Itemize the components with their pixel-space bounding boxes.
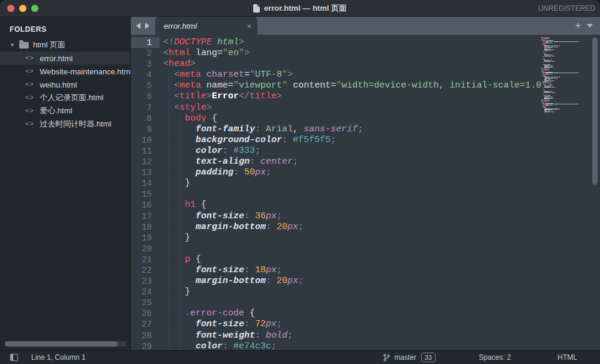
tab-overflow-icon[interactable]	[587, 24, 593, 28]
line-number: 20	[131, 243, 160, 254]
code-line[interactable]: 3<head>	[131, 59, 600, 70]
minimize-window-button[interactable]	[19, 5, 26, 12]
file-name: Website-maintenance.html	[40, 67, 132, 76]
folder-icon	[19, 42, 29, 49]
code-line[interactable]: 13 padding: 50px;	[131, 167, 600, 178]
sidebar-file-item[interactable]: <>爱心.html	[0, 104, 130, 118]
code-line[interactable]: 10 background-color: #f5f5f5;	[131, 135, 600, 146]
sidebar-file-item[interactable]: <>过去时间计时器.html	[0, 118, 130, 131]
sidebar-file-item[interactable]: <>error.html	[0, 52, 130, 65]
code-line[interactable]: 27 font-size: 72px;	[131, 319, 600, 330]
sidebar-folder-html-pages[interactable]: ▼ html 页面	[0, 38, 130, 52]
line-content: p {	[160, 254, 600, 265]
indentation-setting[interactable]: Spaces: 2	[479, 353, 511, 362]
next-tab-icon[interactable]	[145, 23, 149, 29]
zoom-window-button[interactable]	[31, 5, 38, 12]
line-number: 8	[131, 113, 160, 124]
code-line[interactable]: 14 }	[131, 178, 600, 189]
line-number: 10	[131, 135, 160, 146]
tab-close-icon[interactable]: ×	[247, 22, 251, 31]
code-line[interactable]: 15	[131, 189, 600, 200]
line-content: text-align: center;	[160, 157, 600, 167]
line-number: 14	[131, 178, 160, 189]
code-line[interactable]: 2<html lang="en">	[131, 48, 600, 59]
line-content: <style>	[160, 103, 600, 113]
code-line[interactable]: 12 text-align: center;	[131, 157, 600, 167]
code-file-icon: <>	[25, 107, 34, 115]
code-line[interactable]: 22 font-size: 18px;	[131, 265, 600, 276]
code-line[interactable]: 28 font-weight: bold;	[131, 330, 600, 341]
tab-label: error.html	[164, 22, 242, 31]
code-line[interactable]: 18 margin-bottom: 20px;	[131, 222, 600, 233]
line-number: 1	[131, 37, 160, 48]
line-content: color: #333;	[160, 146, 600, 157]
disclosure-triangle-icon[interactable]: ▼	[10, 42, 15, 48]
line-number: 13	[131, 167, 160, 178]
folder-label: html 页面	[33, 40, 65, 50]
code-line[interactable]: 24 }	[131, 287, 600, 297]
code-line[interactable]: 23 margin-bottom: 20px;	[131, 276, 600, 287]
code-line[interactable]: 29 color: #e74c3c;	[131, 341, 600, 350]
sidebar-file-list: <>error.html<>Website-maintenance.html<>…	[0, 52, 130, 131]
line-content: font-family: Arial, sans-serif;	[160, 124, 600, 135]
sidebar-horizontal-scrollbar[interactable]	[5, 341, 126, 347]
code-line[interactable]: 25	[131, 297, 600, 308]
code-line[interactable]: 21 p {	[131, 254, 600, 265]
minimap[interactable]	[541, 37, 584, 113]
git-branch-icon	[383, 354, 390, 362]
panel-toggle-icon[interactable]	[10, 354, 18, 361]
sidebar-file-item[interactable]: <>Website-maintenance.html	[0, 65, 130, 78]
sidebar-scrollbar-thumb[interactable]	[5, 341, 118, 347]
code-editor[interactable]: 1<!DOCTYPE html>2<html lang="en">3<head>…	[131, 35, 600, 350]
syntax-mode[interactable]: HTML	[557, 353, 577, 362]
close-window-button[interactable]	[7, 5, 14, 12]
line-number: 7	[131, 103, 160, 113]
line-number: 6	[131, 91, 160, 102]
vertical-scrollbar-thumb[interactable]	[592, 37, 598, 185]
line-number: 11	[131, 146, 160, 157]
code-line[interactable]: 20	[131, 243, 600, 254]
code-line[interactable]: 17 font-size: 36px;	[131, 211, 600, 222]
code-line[interactable]: 5 <meta name="viewport" content="width=d…	[131, 80, 600, 91]
line-number: 17	[131, 211, 160, 222]
code-line[interactable]: 19 }	[131, 233, 600, 243]
line-content: <meta charset="UTF-8">	[160, 70, 600, 80]
line-content: <html lang="en">	[160, 48, 600, 59]
code-line[interactable]: 1<!DOCTYPE html>	[131, 37, 600, 48]
code-line[interactable]: 7 <style>	[131, 103, 600, 113]
line-number: 21	[131, 254, 160, 265]
code-line[interactable]: 26 .error-code {	[131, 308, 600, 319]
line-number: 23	[131, 276, 160, 287]
code-line[interactable]: 6 <title>Error</title>	[131, 91, 600, 102]
file-name: 爱心.html	[40, 106, 72, 116]
line-content: <title>Error</title>	[160, 91, 600, 102]
line-number: 27	[131, 319, 160, 330]
code-file-icon: <>	[25, 94, 34, 101]
title-bar: error.html — html 页面 UNREGISTERED	[0, 0, 600, 17]
code-file-icon: <>	[25, 81, 34, 88]
line-content: padding: 50px;	[160, 167, 600, 178]
code-file-icon: <>	[25, 121, 34, 128]
unregistered-label: UNREGISTERED	[538, 4, 595, 13]
line-content	[160, 189, 600, 200]
line-content: }	[160, 178, 600, 189]
line-number: 29	[131, 341, 160, 350]
sidebar-file-item[interactable]: <>个人记录页面.html	[0, 91, 130, 104]
prev-tab-icon[interactable]	[136, 23, 140, 29]
new-tab-icon[interactable]: +	[575, 21, 581, 31]
sidebar-file-item[interactable]: <>weihu.html	[0, 78, 130, 91]
code-line[interactable]: 8 body {	[131, 113, 600, 124]
line-content: .error-code {	[160, 308, 600, 319]
code-line[interactable]: 4 <meta charset="UTF-8">	[131, 70, 600, 80]
line-content	[160, 243, 600, 254]
git-branch-name[interactable]: master	[394, 353, 416, 362]
line-content: margin-bottom: 20px;	[160, 276, 600, 287]
code-line[interactable]: 9 font-family: Arial, sans-serif;	[131, 124, 600, 135]
tab-error-html[interactable]: error.html ×	[155, 17, 257, 35]
code-line[interactable]: 16 h1 {	[131, 200, 600, 210]
git-changes-badge[interactable]: 33	[421, 353, 436, 362]
line-content: h1 {	[160, 200, 600, 210]
code-line[interactable]: 11 color: #333;	[131, 146, 600, 157]
line-number: 9	[131, 124, 160, 135]
app-window: error.html — html 页面 UNREGISTERED FOLDER…	[0, 0, 600, 364]
